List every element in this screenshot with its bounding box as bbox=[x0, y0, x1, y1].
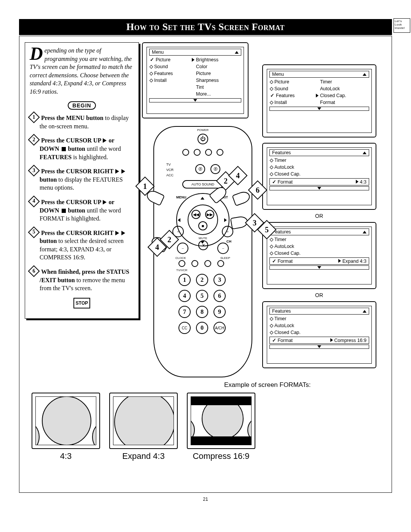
menu-scroll-down bbox=[269, 186, 369, 190]
menu-item: Timer bbox=[269, 236, 369, 243]
stop-button[interactable]: ■ bbox=[198, 221, 207, 230]
menu-item: AutoLock bbox=[269, 164, 369, 171]
square-icon bbox=[62, 147, 66, 151]
triangle-right-icon bbox=[356, 180, 358, 184]
num-7-button[interactable]: 7 bbox=[178, 306, 191, 318]
triangle-up-icon bbox=[363, 310, 366, 313]
menu-label: MENU bbox=[176, 195, 186, 199]
mute-button[interactable]: ✕ bbox=[198, 240, 208, 250]
triangle-up-icon bbox=[235, 51, 239, 54]
sleep-button[interactable] bbox=[217, 260, 224, 267]
step-diamond-5: 5 bbox=[30, 228, 38, 236]
clock-button[interactable] bbox=[178, 260, 185, 267]
graphics-area: Menu ✓Picture Sound Features Install Bri… bbox=[146, 42, 386, 483]
menu-item: Sound bbox=[269, 85, 319, 92]
switch-acc: ACC bbox=[166, 173, 174, 177]
play-button[interactable] bbox=[204, 260, 211, 267]
tv-menu-main: Menu ✓Picture Sound Features Install Bri… bbox=[142, 42, 249, 118]
cursor-up-icon[interactable] bbox=[201, 197, 204, 200]
page-frame: Depending on the type of programming you… bbox=[19, 36, 392, 493]
menu-item: AutoLock bbox=[269, 243, 369, 250]
step-2: 2 Press the CURSOR UP or DOWN button unt… bbox=[30, 136, 134, 161]
dropcap: D bbox=[30, 46, 43, 61]
callout-5: 5 bbox=[260, 223, 274, 236]
num-0-button[interactable]: 0 bbox=[196, 322, 208, 334]
num-5-button[interactable]: 5 bbox=[196, 290, 208, 302]
format-example-expand bbox=[109, 393, 178, 449]
triangle-up-icon bbox=[363, 231, 366, 233]
page-title: How to Set the TVs Screen Format bbox=[126, 21, 285, 32]
menu-scroll-down bbox=[149, 98, 241, 102]
or-label: OR bbox=[315, 292, 323, 298]
menu-scroll-down bbox=[269, 345, 369, 349]
ach-button[interactable]: A/CH bbox=[213, 322, 226, 334]
menu-item: Timer bbox=[269, 157, 369, 164]
formats-title: Example of screen FORMATs: bbox=[224, 381, 311, 389]
tvvcr-label: TV/VCR bbox=[176, 268, 187, 272]
submenu-sharpness: Sharpness bbox=[195, 77, 241, 84]
menu-item: Closed Cap. bbox=[269, 250, 369, 257]
vol-down-button[interactable]: − bbox=[177, 243, 188, 254]
num-2-button[interactable]: 2 bbox=[196, 274, 208, 286]
submenu-picture: Picture bbox=[195, 70, 241, 77]
triangle-up-icon bbox=[363, 73, 366, 76]
menu-item-features: Features bbox=[149, 70, 195, 77]
color-buttons[interactable] bbox=[182, 149, 223, 156]
triangle-right-icon bbox=[115, 169, 119, 174]
submenu-brightness: Brightness bbox=[195, 56, 241, 63]
mute-label: MUTE bbox=[199, 236, 207, 240]
triangle-right-icon bbox=[338, 259, 341, 263]
rewind-button[interactable]: ◀◀ bbox=[191, 210, 201, 219]
menu-item-picture: ✓Picture bbox=[149, 56, 195, 63]
callout-6: 6 bbox=[251, 183, 264, 197]
num-8-button[interactable]: 8 bbox=[196, 306, 208, 318]
nav-ring-inner[interactable] bbox=[188, 204, 218, 235]
page-title-bar: How to Set the TVs Screen Format Let's L… bbox=[19, 19, 392, 35]
format-examples: 4:3 Expand 4:3 bbox=[32, 393, 255, 461]
num-9-button[interactable]: 9 bbox=[213, 306, 226, 318]
cc-button[interactable]: CC bbox=[178, 322, 191, 334]
num-1-button[interactable]: 1 bbox=[178, 274, 191, 286]
submenu-tint: Tint bbox=[195, 84, 241, 91]
menu-item: Closed Cap. bbox=[269, 171, 369, 177]
submenu-more: More... bbox=[195, 91, 241, 97]
ffwd-button[interactable]: ▶▶ bbox=[205, 210, 214, 219]
triangle-right-icon bbox=[121, 169, 125, 174]
rec-button[interactable]: ⦿ bbox=[195, 164, 205, 174]
tv-menu-features: Menu Picture Sound ✓Features Install Tim… bbox=[262, 64, 376, 137]
ch-down-button[interactable]: − bbox=[217, 243, 229, 254]
num-3-button[interactable]: 3 bbox=[213, 274, 226, 286]
tv-format-43: Features Timer AutoLock Closed Cap. ✓ Fo… bbox=[262, 143, 376, 210]
menu-scroll-down bbox=[269, 265, 369, 270]
sleep-label: SLEEP bbox=[220, 256, 230, 260]
menu-title: Features bbox=[269, 149, 369, 156]
format-example-compress bbox=[187, 393, 255, 449]
step-5: 5 Press the CURSOR RIGHT button to selec… bbox=[30, 228, 134, 262]
menu-title: Features bbox=[269, 228, 369, 235]
triangle-down-icon bbox=[193, 99, 197, 102]
callout-2b: 2 bbox=[162, 233, 176, 246]
intro-paragraph: Depending on the type of programming you… bbox=[30, 46, 134, 96]
pause-button[interactable] bbox=[191, 260, 198, 267]
tv-format-expand: Features Timer AutoLock Closed Cap. ✓ Fo… bbox=[262, 222, 376, 289]
power-button[interactable]: ⏻ bbox=[198, 134, 208, 144]
triangle-right-icon bbox=[103, 138, 107, 143]
cursor-right-icon[interactable] bbox=[224, 218, 227, 222]
step-diamond-3: 3 bbox=[30, 166, 38, 175]
callout-4: 4 bbox=[231, 169, 245, 182]
triangle-right-icon bbox=[192, 58, 194, 62]
format-label: Compress 16:9 bbox=[187, 451, 255, 461]
menu-item-format: ✓ Format Compress 16:9 bbox=[269, 337, 369, 344]
square-icon bbox=[62, 209, 66, 213]
num-4-button[interactable]: 4 bbox=[178, 290, 191, 302]
aux-button[interactable]: ⦿ bbox=[210, 164, 220, 174]
submenu-color: Color bbox=[195, 63, 241, 70]
triangle-down-icon bbox=[317, 266, 321, 269]
format-label: 4:3 bbox=[32, 451, 100, 461]
menu-title: Features bbox=[269, 308, 369, 315]
num-6-button[interactable]: 6 bbox=[213, 290, 226, 302]
triangle-right-icon bbox=[330, 338, 333, 342]
cursor-left-icon[interactable] bbox=[178, 218, 180, 222]
menu-item-format: ✓ Format Expand 4:3 bbox=[269, 257, 369, 265]
switch-tv: TV bbox=[166, 163, 171, 166]
